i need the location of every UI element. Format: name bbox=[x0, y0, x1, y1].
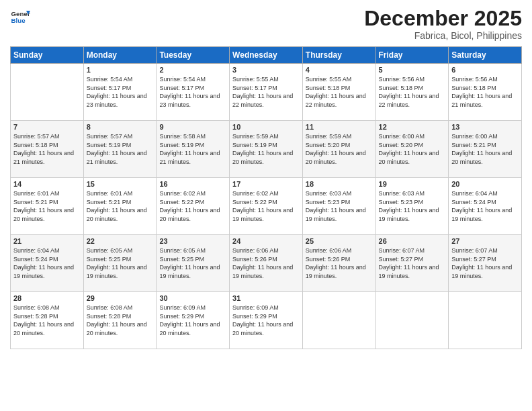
day-number: 2 bbox=[159, 66, 226, 74]
header: General Blue December 2025 Fabrica, Bico… bbox=[10, 7, 522, 41]
day-cell: 5 Sunrise: 5:56 AMSunset: 5:18 PMDayligh… bbox=[375, 64, 449, 121]
day-cell: 22 Sunrise: 6:05 AMSunset: 5:25 PMDaylig… bbox=[83, 235, 157, 292]
day-number: 5 bbox=[379, 66, 446, 74]
day-number: 1 bbox=[87, 66, 154, 74]
day-number: 25 bbox=[306, 237, 373, 245]
day-number: 9 bbox=[159, 123, 226, 131]
day-info: Sunrise: 6:02 AMSunset: 5:22 PMDaylight:… bbox=[159, 189, 226, 223]
col-saturday: Saturday bbox=[449, 47, 522, 64]
day-cell: 12 Sunrise: 6:00 AMSunset: 5:20 PMDaylig… bbox=[375, 121, 449, 178]
day-cell: 3 Sunrise: 5:55 AMSunset: 5:17 PMDayligh… bbox=[230, 64, 303, 121]
day-info: Sunrise: 5:54 AMSunset: 5:17 PMDaylight:… bbox=[87, 75, 154, 109]
day-number: 8 bbox=[87, 123, 154, 131]
day-info: Sunrise: 6:04 AMSunset: 5:24 PMDaylight:… bbox=[451, 189, 519, 223]
day-cell bbox=[302, 292, 375, 349]
day-cell bbox=[449, 292, 522, 349]
day-cell: 15 Sunrise: 6:01 AMSunset: 5:21 PMDaylig… bbox=[83, 178, 157, 235]
day-info: Sunrise: 5:54 AMSunset: 5:17 PMDaylight:… bbox=[159, 75, 226, 109]
day-number: 19 bbox=[379, 180, 446, 188]
day-number: 6 bbox=[451, 66, 519, 74]
day-number: 3 bbox=[232, 66, 300, 74]
day-info: Sunrise: 5:55 AMSunset: 5:17 PMDaylight:… bbox=[232, 75, 300, 109]
day-number: 18 bbox=[306, 180, 373, 188]
week-row-4: 21 Sunrise: 6:04 AMSunset: 5:24 PMDaylig… bbox=[11, 235, 522, 292]
day-info: Sunrise: 6:06 AMSunset: 5:26 PMDaylight:… bbox=[232, 246, 300, 280]
day-cell: 18 Sunrise: 6:03 AMSunset: 5:23 PMDaylig… bbox=[302, 178, 375, 235]
day-cell: 9 Sunrise: 5:58 AMSunset: 5:19 PMDayligh… bbox=[157, 121, 230, 178]
day-number: 29 bbox=[87, 294, 154, 302]
day-info: Sunrise: 6:04 AMSunset: 5:24 PMDaylight:… bbox=[13, 246, 81, 280]
day-cell: 27 Sunrise: 6:07 AMSunset: 5:27 PMDaylig… bbox=[449, 235, 522, 292]
day-number: 30 bbox=[159, 294, 226, 302]
month-title: December 2025 bbox=[364, 7, 522, 30]
day-info: Sunrise: 5:57 AMSunset: 5:18 PMDaylight:… bbox=[13, 132, 81, 166]
day-cell: 29 Sunrise: 6:08 AMSunset: 5:28 PMDaylig… bbox=[83, 292, 157, 349]
day-number: 4 bbox=[306, 66, 373, 74]
day-cell: 8 Sunrise: 5:57 AMSunset: 5:19 PMDayligh… bbox=[83, 121, 157, 178]
day-info: Sunrise: 6:09 AMSunset: 5:29 PMDaylight:… bbox=[159, 304, 226, 337]
day-cell: 21 Sunrise: 6:04 AMSunset: 5:24 PMDaylig… bbox=[11, 235, 84, 292]
day-number: 26 bbox=[379, 237, 446, 245]
day-info: Sunrise: 6:01 AMSunset: 5:21 PMDaylight:… bbox=[87, 189, 154, 223]
day-cell: 11 Sunrise: 5:59 AMSunset: 5:20 PMDaylig… bbox=[302, 121, 375, 178]
logo: General Blue bbox=[10, 7, 30, 27]
day-number: 10 bbox=[232, 123, 300, 131]
day-number: 24 bbox=[232, 237, 300, 245]
col-sunday: Sunday bbox=[11, 47, 84, 64]
day-info: Sunrise: 6:09 AMSunset: 5:29 PMDaylight:… bbox=[232, 304, 300, 337]
day-info: Sunrise: 6:08 AMSunset: 5:28 PMDaylight:… bbox=[13, 304, 81, 337]
page: General Blue December 2025 Fabrica, Bico… bbox=[0, 0, 532, 411]
day-cell: 23 Sunrise: 6:05 AMSunset: 5:25 PMDaylig… bbox=[157, 235, 230, 292]
day-info: Sunrise: 5:59 AMSunset: 5:19 PMDaylight:… bbox=[232, 132, 300, 166]
day-info: Sunrise: 6:08 AMSunset: 5:28 PMDaylight:… bbox=[87, 304, 154, 337]
day-cell: 14 Sunrise: 6:01 AMSunset: 5:21 PMDaylig… bbox=[11, 178, 84, 235]
day-number: 27 bbox=[451, 237, 519, 245]
week-row-1: 1 Sunrise: 5:54 AMSunset: 5:17 PMDayligh… bbox=[11, 64, 522, 121]
day-number: 16 bbox=[159, 180, 226, 188]
day-cell: 4 Sunrise: 5:55 AMSunset: 5:18 PMDayligh… bbox=[302, 64, 375, 121]
day-info: Sunrise: 5:56 AMSunset: 5:18 PMDaylight:… bbox=[379, 75, 446, 109]
header-row: Sunday Monday Tuesday Wednesday Thursday… bbox=[11, 47, 522, 64]
day-number: 22 bbox=[87, 237, 154, 245]
day-cell: 16 Sunrise: 6:02 AMSunset: 5:22 PMDaylig… bbox=[157, 178, 230, 235]
day-number: 7 bbox=[13, 123, 81, 131]
day-number: 15 bbox=[87, 180, 154, 188]
day-number: 31 bbox=[232, 294, 300, 302]
day-info: Sunrise: 5:59 AMSunset: 5:20 PMDaylight:… bbox=[306, 132, 373, 166]
day-cell: 24 Sunrise: 6:06 AMSunset: 5:26 PMDaylig… bbox=[230, 235, 303, 292]
day-number: 17 bbox=[232, 180, 300, 188]
day-cell: 25 Sunrise: 6:06 AMSunset: 5:26 PMDaylig… bbox=[302, 235, 375, 292]
day-info: Sunrise: 5:57 AMSunset: 5:19 PMDaylight:… bbox=[87, 132, 154, 166]
week-row-2: 7 Sunrise: 5:57 AMSunset: 5:18 PMDayligh… bbox=[11, 121, 522, 178]
day-cell: 17 Sunrise: 6:02 AMSunset: 5:22 PMDaylig… bbox=[230, 178, 303, 235]
day-info: Sunrise: 6:02 AMSunset: 5:22 PMDaylight:… bbox=[232, 189, 300, 223]
title-block: December 2025 Fabrica, Bicol, Philippine… bbox=[364, 7, 522, 41]
subtitle: Fabrica, Bicol, Philippines bbox=[364, 30, 522, 41]
day-cell: 1 Sunrise: 5:54 AMSunset: 5:17 PMDayligh… bbox=[83, 64, 157, 121]
day-info: Sunrise: 6:00 AMSunset: 5:20 PMDaylight:… bbox=[379, 132, 446, 166]
day-info: Sunrise: 6:01 AMSunset: 5:21 PMDaylight:… bbox=[13, 189, 81, 223]
day-info: Sunrise: 6:03 AMSunset: 5:23 PMDaylight:… bbox=[379, 189, 446, 223]
week-row-5: 28 Sunrise: 6:08 AMSunset: 5:28 PMDaylig… bbox=[11, 292, 522, 349]
day-cell bbox=[375, 292, 449, 349]
day-info: Sunrise: 6:05 AMSunset: 5:25 PMDaylight:… bbox=[87, 246, 154, 280]
day-info: Sunrise: 6:06 AMSunset: 5:26 PMDaylight:… bbox=[306, 246, 373, 280]
day-cell: 19 Sunrise: 6:03 AMSunset: 5:23 PMDaylig… bbox=[375, 178, 449, 235]
week-row-3: 14 Sunrise: 6:01 AMSunset: 5:21 PMDaylig… bbox=[11, 178, 522, 235]
day-info: Sunrise: 5:56 AMSunset: 5:18 PMDaylight:… bbox=[451, 75, 519, 109]
day-number: 14 bbox=[13, 180, 81, 188]
logo-icon: General Blue bbox=[10, 7, 30, 27]
day-cell: 26 Sunrise: 6:07 AMSunset: 5:27 PMDaylig… bbox=[375, 235, 449, 292]
day-number: 12 bbox=[379, 123, 446, 131]
col-wednesday: Wednesday bbox=[230, 47, 303, 64]
day-info: Sunrise: 6:07 AMSunset: 5:27 PMDaylight:… bbox=[379, 246, 446, 280]
day-info: Sunrise: 6:03 AMSunset: 5:23 PMDaylight:… bbox=[306, 189, 373, 223]
day-number: 28 bbox=[13, 294, 81, 302]
day-cell: 20 Sunrise: 6:04 AMSunset: 5:24 PMDaylig… bbox=[449, 178, 522, 235]
day-cell: 2 Sunrise: 5:54 AMSunset: 5:17 PMDayligh… bbox=[157, 64, 230, 121]
day-cell: 7 Sunrise: 5:57 AMSunset: 5:18 PMDayligh… bbox=[11, 121, 84, 178]
calendar-table: Sunday Monday Tuesday Wednesday Thursday… bbox=[10, 46, 522, 349]
col-monday: Monday bbox=[83, 47, 157, 64]
svg-text:Blue: Blue bbox=[11, 17, 26, 24]
day-info: Sunrise: 6:07 AMSunset: 5:27 PMDaylight:… bbox=[451, 246, 519, 280]
